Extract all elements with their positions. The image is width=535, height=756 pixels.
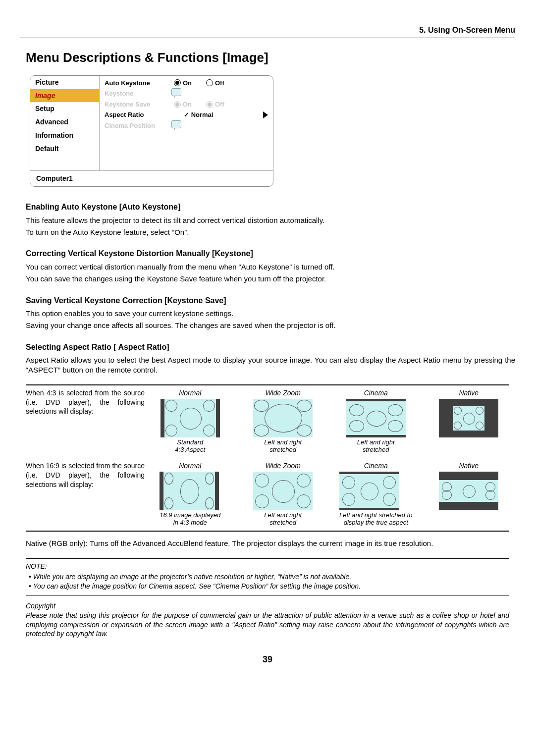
slider-keystone: [174, 89, 175, 98]
menu-picture[interactable]: Picture: [30, 76, 99, 89]
screen-icon: [439, 399, 498, 437]
osd-left-menu: Picture Image Setup Advanced Information…: [30, 76, 100, 171]
radio-keystonesave-off: Off: [206, 100, 238, 109]
label-autokeystone: Auto Keystone: [105, 79, 174, 88]
ar-sub: Left and right stretched: [253, 511, 313, 527]
menu-advanced[interactable]: Advanced: [30, 115, 99, 129]
screen-icon: [439, 472, 498, 510]
label-keystonesave: Keystone Save: [105, 100, 174, 109]
note-title: NOTE:: [26, 562, 509, 571]
row-keystonesave: Keystone Save On Off: [100, 99, 273, 110]
row-aspect[interactable]: Aspect Ratio ✓ Normal: [100, 109, 273, 120]
note-bullet-2: You can adjust the image position for Ci…: [29, 582, 509, 591]
copyright-text: Please note that using this projector fo…: [26, 611, 509, 639]
value-aspect: ✓ Normal: [174, 110, 238, 119]
ar-sub: Standard 4:3 Aspect: [160, 438, 220, 454]
native-note: Native (RGB only): Turns off the Advance…: [26, 539, 509, 548]
menu-information[interactable]: Information: [30, 129, 99, 142]
page-title: Menu Descriptions & Functions [Image]: [26, 49, 515, 66]
row-autokeystone: Auto Keystone On Off: [100, 78, 273, 89]
h-sec3: Saving Vertical Keystone Correction [Key…: [26, 295, 515, 306]
p-sec2-2: You can save the changes using the Keyst…: [26, 274, 515, 284]
p-sec3-2: Saving your change once affects all sour…: [26, 321, 515, 330]
screen-icon: [346, 399, 406, 437]
h-sec2: Correcting Vertical Keystone Distortion …: [26, 248, 515, 259]
ar-sub: Left and right stretched to display the …: [339, 511, 412, 527]
ar-4x3-cinema: Cinema Left and right stretched: [346, 388, 406, 454]
radio-keystonesave-on: On: [174, 100, 206, 109]
screen-icon: [339, 472, 399, 510]
ar-head-native: Native: [439, 461, 498, 471]
ar-4x3-normal: Normal Standard 4:3 Aspect: [160, 388, 220, 454]
note-block: NOTE: While you are displaying an image …: [26, 558, 509, 595]
osd-right-panel: Auto Keystone On Off Keystone Keystone S…: [100, 76, 273, 171]
manual-page: 5. Using On-Screen Menu Menu Description…: [0, 0, 535, 756]
menu-default[interactable]: Default: [30, 142, 99, 156]
ar-row1-label: When 4:3 is selected from the source (i.…: [26, 388, 150, 454]
ar-sub: Left and right stretched: [253, 438, 313, 454]
ar-head-normal: Normal: [160, 388, 220, 398]
label-keystone: Keystone: [105, 89, 174, 98]
ar-169-native: Native: [439, 461, 498, 527]
aspect-ratio-table: When 4:3 is selected from the source (i.…: [26, 384, 509, 532]
p-sec1-1: This feature allows the projector to det…: [26, 216, 515, 225]
arrow-right-icon[interactable]: [263, 111, 268, 118]
menu-image[interactable]: Image: [30, 89, 99, 103]
ar-row-16x9: When 16:9 is selected from the source (i…: [26, 458, 509, 531]
label-cinemapos: Cinema Position: [105, 121, 174, 130]
p-sec1-2: To turn on the Auto Keystone feature, se…: [26, 227, 515, 237]
label-aspect: Aspect Ratio: [105, 110, 174, 119]
note-bullet-1: While you are displaying an image at the…: [29, 572, 509, 582]
radio-autokeystone-off[interactable]: Off: [206, 79, 238, 88]
ar-sub: 16:9 image displayed in 4:3 mode: [160, 511, 220, 527]
row-cinemapos: Cinema Position: [100, 120, 273, 131]
ar-row2-label: When 16:9 is selected from the source (i…: [26, 461, 150, 527]
ar-head-wide: Wide Zoom: [253, 388, 313, 398]
ar-169-cinema: Cinema Left and right stretched to displ…: [339, 461, 412, 527]
screen-icon: [253, 472, 313, 510]
copyright-block: Copyright Please note that using this pr…: [26, 601, 509, 639]
p-sec2-1: You can correct vertical distortion manu…: [26, 262, 515, 272]
p-sec3-1: This option enables you to save your cur…: [26, 309, 515, 319]
osd-panel: Picture Image Setup Advanced Information…: [30, 75, 273, 187]
screen-icon: [160, 399, 220, 437]
ar-head-cinema: Cinema: [346, 388, 406, 398]
osd-status: Computer1: [30, 171, 273, 186]
ar-sub: Left and right stretched: [346, 438, 406, 454]
p-sec4-1: Aspect Ratio allows you to select the be…: [26, 355, 515, 376]
copyright-heading: Copyright: [26, 601, 509, 611]
ar-head-wide: Wide Zoom: [253, 461, 313, 471]
row-keystone: Keystone: [100, 88, 273, 99]
page-number: 39: [20, 653, 515, 665]
ar-head-native: Native: [439, 388, 498, 398]
ar-4x3-native: Native: [439, 388, 498, 454]
ar-row-4x3: When 4:3 is selected from the source (i.…: [26, 385, 509, 458]
radio-autokeystone-on[interactable]: On: [174, 79, 206, 88]
screen-icon: [253, 399, 313, 437]
h-sec1: Enabling Auto Keystone [Auto Keystone]: [26, 202, 515, 213]
chapter-heading: 5. Using On-Screen Menu: [20, 25, 515, 38]
ar-169-wide: Wide Zoom Left and right stretched: [253, 461, 313, 527]
ar-head-normal: Normal: [160, 461, 220, 471]
slider-cinemapos: [174, 121, 175, 130]
ar-head-cinema: Cinema: [339, 461, 412, 471]
h-sec4: Selecting Aspect Ratio [ Aspect Ratio]: [26, 342, 515, 353]
menu-setup[interactable]: Setup: [30, 102, 99, 115]
screen-icon: [160, 472, 219, 510]
ar-4x3-wide: Wide Zoom Left and right stretched: [253, 388, 313, 454]
ar-169-normal: Normal 16:9 image displayed in 4:3 mode: [160, 461, 220, 527]
